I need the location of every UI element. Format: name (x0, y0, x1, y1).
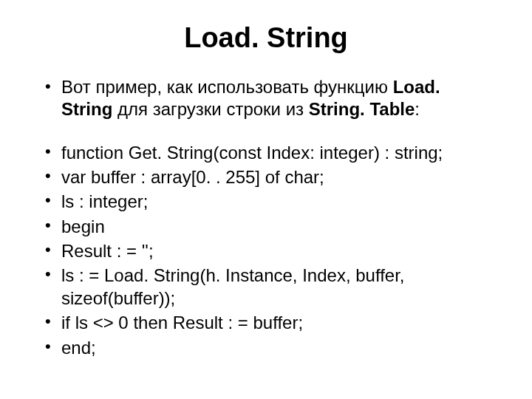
code-line: ls : integer; (41, 190, 491, 213)
code-line: begin (41, 215, 491, 238)
code-line: end; (41, 336, 491, 359)
intro-list: Вот пример, как использовать функцию Loa… (41, 76, 491, 120)
code-line: function Get. String(const Index: intege… (41, 141, 491, 164)
code-line: ls : = Load. String(h. Instance, Index, … (41, 264, 491, 310)
code-list: function Get. String(const Index: intege… (41, 141, 491, 359)
intro-item: Вот пример, как использовать функцию Loa… (41, 76, 491, 120)
code-line: Result : = ''; (41, 239, 491, 262)
intro-bold-2: String. Table (309, 99, 415, 119)
code-line: if ls <> 0 then Result : = buffer; (41, 311, 491, 334)
intro-suffix: : (415, 99, 420, 119)
page-title: Load. String (41, 22, 491, 54)
code-line: var buffer : array[0. . 255] of char; (41, 166, 491, 188)
intro-mid: для загрузки строки из (112, 99, 308, 119)
intro-prefix: Вот пример, как использовать функцию (61, 77, 393, 97)
